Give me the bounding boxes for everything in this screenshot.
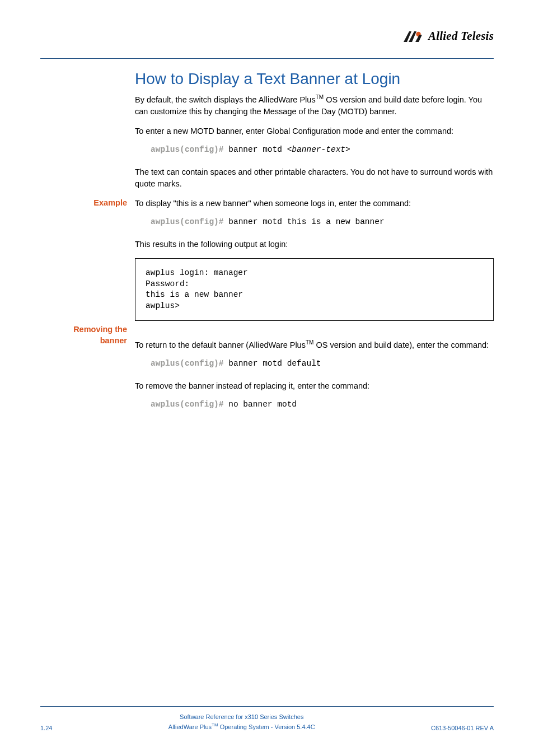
page-title: How to Display a Text Banner at Login	[135, 70, 494, 88]
results-paragraph: This results in the following output at …	[135, 239, 494, 250]
logo-mark-icon	[404, 30, 425, 43]
command-block-4: awplus(config)# no banner motd	[151, 400, 494, 409]
removing-paragraph: To return to the default banner (AlliedW…	[135, 339, 494, 351]
command-block-3: awplus(config)# banner motd default	[151, 359, 494, 368]
footer-divider	[40, 706, 494, 707]
command-block-2: awplus(config)# banner motd this is a ne…	[151, 217, 494, 226]
enter-command-paragraph: To enter a new MOTD banner, enter Global…	[135, 125, 494, 137]
command-block-1: awplus(config)# banner motd <banner-text…	[151, 145, 494, 154]
brand-logo: Allied Telesis	[404, 29, 494, 43]
removing-banner-label: Removing thebanner	[40, 324, 127, 346]
intro-paragraph: By default, the switch displays the Alli…	[135, 94, 494, 118]
example-label: Example	[40, 198, 127, 209]
page-footer: 1.24 Software Reference for x310 Series …	[40, 706, 494, 731]
cli-prompt: awplus(config)#	[151, 145, 224, 154]
spaces-paragraph: The text can contain spaces and other pr…	[135, 166, 494, 190]
output-box: awplus login: manager Password: this is …	[135, 258, 494, 321]
page-number: 1.24	[40, 725, 52, 731]
cli-prompt: awplus(config)#	[151, 400, 224, 409]
example-paragraph: To display "this is a new banner" when s…	[135, 198, 494, 209]
doc-revision: C613-50046-01 REV A	[431, 725, 494, 731]
brand-name: Allied Telesis	[428, 29, 494, 43]
header-divider	[40, 58, 494, 59]
svg-marker-3	[415, 35, 422, 42]
cli-prompt: awplus(config)#	[151, 359, 224, 368]
remove-instead-paragraph: To remove the banner instead of replacin…	[135, 380, 494, 392]
footer-center: Software Reference for x310 Series Switc…	[52, 712, 431, 731]
cli-prompt: awplus(config)#	[151, 217, 224, 226]
